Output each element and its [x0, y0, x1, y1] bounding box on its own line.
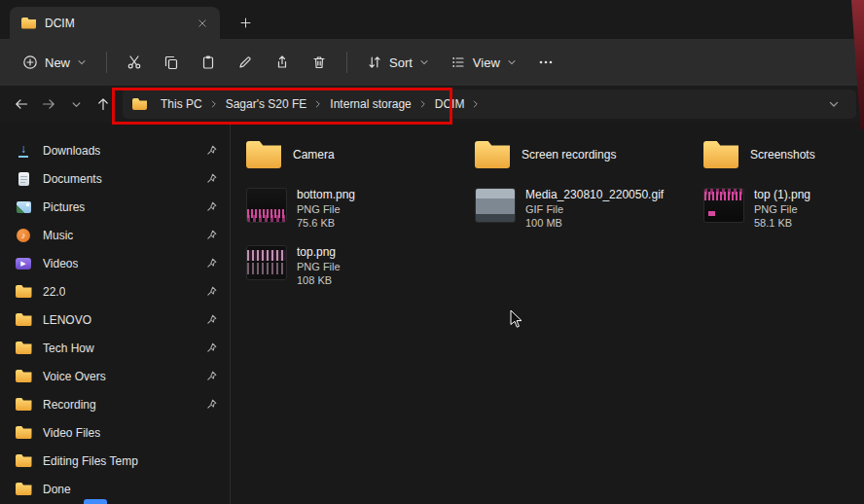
sidebar-item[interactable]: Videos — [5, 249, 225, 277]
chevron-down-icon — [71, 99, 82, 110]
item-type: GIF File — [525, 203, 664, 215]
chevron-down-icon — [419, 57, 429, 67]
close-icon — [197, 18, 208, 29]
documents-icon — [15, 171, 32, 187]
folder-icon — [703, 141, 738, 168]
up-icon — [95, 96, 111, 112]
sidebar-item[interactable]: Recording — [5, 390, 225, 418]
content-item[interactable]: top (1).png PNG File 58.1 KB — [703, 188, 864, 229]
cut-button[interactable] — [116, 46, 153, 79]
back-icon — [14, 96, 29, 112]
sidebar-item-label: Recording — [43, 398, 96, 412]
breadcrumb-item[interactable]: DCIM — [430, 95, 470, 113]
downloads-icon — [15, 143, 32, 159]
folder-icon — [15, 284, 32, 300]
sidebar-item[interactable]: Video Files — [5, 418, 225, 447]
copy-button[interactable] — [153, 46, 190, 79]
view-button[interactable]: View — [440, 46, 527, 79]
item-name: bottom.png — [297, 188, 355, 201]
close-tab-button[interactable] — [191, 12, 214, 35]
sidebar-item[interactable]: LENOVO — [5, 306, 225, 334]
pin-icon — [206, 230, 217, 240]
sidebar-item[interactable]: Editing Files Temp — [5, 447, 225, 475]
content-item[interactable]: Screenshots — [703, 138, 864, 171]
rename-button[interactable] — [227, 46, 264, 79]
breadcrumb-item[interactable]: Sagar's S20 FE — [221, 95, 312, 113]
file-thumbnail — [246, 188, 287, 223]
sidebar-item[interactable]: Documents — [5, 164, 225, 193]
tab-title: DCIM — [45, 17, 182, 30]
folder-icon — [246, 141, 281, 168]
pin-icon — [206, 286, 217, 297]
item-name: top.png — [297, 245, 341, 259]
item-text: Screen recordings — [522, 148, 616, 162]
chevron-down-icon — [77, 57, 87, 67]
item-type: PNG File — [754, 203, 810, 215]
folder-icon — [15, 453, 32, 469]
sidebar-item[interactable]: Tech How — [5, 334, 225, 362]
item-size: 58.1 KB — [754, 217, 810, 229]
sidebar-item-label: LENOVO — [43, 313, 91, 327]
item-name: Camera — [293, 148, 335, 162]
sidebar-item[interactable]: Downloads — [5, 136, 225, 164]
pin-icon — [206, 145, 217, 156]
sort-icon — [367, 54, 382, 70]
item-text: top (1).png PNG File 58.1 KB — [754, 188, 810, 229]
content-item[interactable]: Screen recordings — [475, 138, 703, 171]
up-button[interactable] — [90, 90, 117, 118]
content-item[interactable]: top.png PNG File 108 KB — [246, 245, 475, 286]
more-icon — [538, 54, 554, 70]
sidebar-item-label: Videos — [43, 257, 78, 270]
item-name: top (1).png — [754, 188, 810, 201]
item-name: Screen recordings — [522, 148, 616, 162]
chevron-right-icon — [313, 99, 323, 109]
address-bar[interactable]: This PC Sagar's S20 FE Internal storage … — [123, 90, 856, 119]
content-item[interactable]: Media_230810_220050.gif GIF File 100 MB — [475, 188, 703, 229]
paste-button[interactable] — [190, 46, 227, 79]
pictures-icon — [15, 199, 32, 215]
back-button[interactable] — [8, 90, 35, 118]
sidebar-item[interactable]: Pictures — [5, 193, 225, 221]
new-tab-button[interactable] — [232, 9, 259, 36]
breadcrumb-item[interactable]: Internal storage — [325, 95, 415, 113]
chevron-down-icon — [828, 98, 840, 110]
breadcrumb-item[interactable]: This PC — [156, 95, 207, 113]
share-icon — [274, 54, 290, 70]
cut-icon — [126, 54, 142, 70]
item-name: Screenshots — [750, 148, 815, 162]
sidebar-item-label: Video Files — [43, 426, 100, 440]
pin-icon — [206, 258, 217, 269]
sort-button[interactable]: Sort — [356, 46, 440, 79]
recent-locations-button[interactable] — [62, 90, 90, 118]
sort-button-label: Sort — [389, 55, 413, 70]
pin-icon — [206, 371, 217, 381]
sidebar-item[interactable]: Done — [5, 475, 225, 503]
chevron-down-icon — [507, 57, 517, 67]
folder-icon — [15, 482, 32, 497]
sidebar-item[interactable]: 22.0 — [5, 277, 225, 306]
more-options-button[interactable] — [527, 46, 564, 79]
pin-icon — [206, 399, 217, 410]
view-icon — [450, 54, 466, 70]
share-button[interactable] — [264, 46, 301, 79]
titlebar: DCIM — [0, 0, 864, 39]
new-button[interactable]: New — [12, 46, 97, 79]
sidebar-item[interactable]: Voice Overs — [5, 362, 225, 390]
forward-button[interactable] — [35, 90, 62, 118]
sidebar-item[interactable]: Music — [5, 221, 225, 249]
view-button-label: View — [473, 55, 500, 70]
content-item[interactable]: bottom.png PNG File 75.6 KB — [246, 188, 475, 229]
folder-icon — [15, 312, 32, 328]
content-item[interactable]: Camera — [246, 138, 475, 171]
item-text: bottom.png PNG File 75.6 KB — [297, 188, 355, 229]
delete-button[interactable] — [301, 46, 338, 79]
new-button-label: New — [45, 55, 70, 70]
taskbar-peek — [84, 499, 107, 504]
copy-icon — [163, 54, 179, 70]
item-type: PNG File — [297, 203, 355, 215]
folder-icon — [475, 141, 510, 168]
item-text: Camera — [293, 148, 335, 162]
location-folder-icon — [132, 98, 147, 110]
explorer-tab[interactable]: DCIM — [10, 7, 220, 39]
address-dropdown-button[interactable] — [821, 91, 846, 117]
